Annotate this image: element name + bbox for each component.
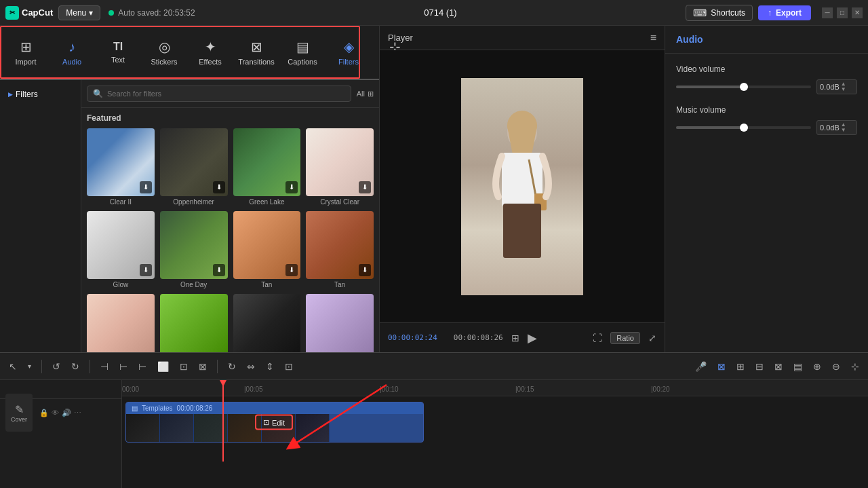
shortcuts-button[interactable]: ⌨ Shortcuts [686, 5, 753, 21]
music-volume-fill [676, 126, 744, 129]
filter-download-clear-ii[interactable]: ⬇ [140, 181, 152, 193]
track-more-icon[interactable]: ⋯ [74, 409, 81, 417]
filter-card-tan2[interactable]: ⬇ Tan [306, 211, 374, 288]
fullscreen-button[interactable]: ⤢ [648, 333, 656, 343]
track-volume-icon[interactable]: 🔊 [62, 409, 71, 417]
select-tool-button[interactable]: ↖ [5, 359, 20, 374]
split-btn2[interactable]: ⊞ [733, 359, 748, 374]
filter-card-tan1[interactable]: ⬇ Tan [233, 211, 301, 288]
link-button[interactable]: ⊟ [752, 359, 767, 374]
filters-icon: ◈ [344, 39, 354, 55]
ratio-button[interactable]: Ratio [610, 332, 640, 344]
freeze-button[interactable]: ⊠ [195, 359, 210, 374]
split-left-button[interactable]: ⊣ [97, 359, 112, 374]
zoom-out-button[interactable]: ⊖ [829, 359, 844, 374]
captions-icon: ▤ [296, 39, 309, 55]
track-thumb-2 [160, 414, 194, 442]
cover-icon: ✎ [15, 403, 24, 416]
music-volume-label: Music volume [676, 105, 857, 115]
cover-button[interactable]: ✎ Cover [5, 394, 33, 432]
export-button[interactable]: ↑ Export [758, 5, 811, 20]
toolbar-item-import[interactable]: ⊞ Import [3, 29, 49, 75]
filter-download-tan2[interactable]: ⬇ [359, 264, 371, 276]
video-volume-track[interactable] [676, 86, 811, 88]
filter-download-glow[interactable]: ⬇ [140, 264, 152, 276]
redo-button[interactable]: ↻ [68, 359, 83, 374]
minimize-button[interactable]: ─ [822, 7, 833, 18]
settings-button[interactable]: ⊹ [848, 359, 863, 374]
mic-button[interactable]: 🎤 [692, 359, 710, 374]
filters-panel: ▶ Filters 🔍 All ⊞ Featured [0, 80, 379, 352]
filter-card-row3d[interactable] [306, 294, 374, 353]
music-volume-down-arrow[interactable]: ▼ [841, 128, 846, 133]
video-volume-down-arrow[interactable]: ▼ [841, 87, 846, 92]
track-lock-icon[interactable]: 🔒 [39, 409, 49, 417]
filter-download-oppenheimer[interactable]: ⬇ [213, 181, 225, 193]
align-button[interactable]: ⊠ [771, 359, 786, 374]
toolbar-item-audio[interactable]: ♪ Audio [49, 29, 95, 75]
music-volume-value: 0.0dB [820, 124, 840, 132]
filter-card-greenlake[interactable]: ⬇ Green Lake [233, 128, 301, 206]
filter-card-row3a[interactable] [87, 294, 155, 353]
rotate-button[interactable]: ↻ [224, 359, 239, 374]
filter-search-box[interactable]: 🔍 [87, 86, 351, 102]
connect-button[interactable]: ⊠ [714, 359, 729, 374]
toolbar-item-captions[interactable]: ▤ Captions [279, 29, 326, 75]
filter-card-glow[interactable]: ⬇ Glow [87, 211, 155, 288]
toolbar-item-filters[interactable]: ◈ Filters [326, 29, 372, 75]
filter-all-button[interactable]: All ⊞ [357, 90, 374, 98]
caption-btn[interactable]: ▤ [790, 359, 806, 374]
select-dropdown-button[interactable]: ▾ [24, 360, 35, 372]
fit-screen-button[interactable]: ⛶ [593, 333, 602, 343]
sidebar-item-filters[interactable]: ▶ Filters [0, 86, 81, 103]
video-content [461, 78, 583, 295]
filter-card-clear-ii[interactable]: ⬇ Clear II [87, 128, 155, 206]
zoom-in-button[interactable]: ⊕ [810, 359, 825, 374]
undo-button[interactable]: ↺ [49, 359, 64, 374]
playhead[interactable] [222, 380, 224, 462]
close-button[interactable]: ✕ [852, 7, 863, 18]
crop-button[interactable]: ⊡ [176, 359, 191, 374]
edit-badge[interactable]: ⊡ Edit [255, 415, 293, 430]
toolbar-item-effects[interactable]: ✦ Effects [187, 29, 233, 75]
transform-button[interactable]: ⊡ [281, 359, 296, 374]
music-volume-thumb[interactable] [740, 124, 748, 132]
music-volume-arrows[interactable]: ▲ ▼ [841, 122, 846, 133]
filters-content: 🔍 All ⊞ Featured ⬇ [81, 80, 379, 352]
toolbar-item-transitions[interactable]: ⊠ Transitions [233, 29, 279, 75]
timeline-labels: ✎ Cover 🔒 👁 🔊 ⋯ [0, 380, 122, 488]
toolbar-item-stickers[interactable]: ◎ Stickers [141, 29, 187, 75]
toolbar-separator-3 [217, 360, 218, 373]
video-volume-arrows[interactable]: ▲ ▼ [841, 81, 846, 92]
filters-grid: ⬇ Clear II ⬇ Oppenheimer ⬇ [87, 128, 374, 352]
flip-h-button[interactable]: ⇔ [243, 359, 258, 374]
toolbar-item-text[interactable]: TI Text [95, 29, 141, 75]
track-clip-templates[interactable]: ▤ Templates 00:00:08:26 [125, 402, 424, 443]
filter-download-tan1[interactable]: ⬇ [285, 264, 298, 276]
filter-download-crystal[interactable]: ⬇ [359, 181, 371, 193]
split-right-button[interactable]: ⊢ [135, 359, 150, 374]
auto-save-indicator: Auto saved: 20:53:52 [108, 8, 195, 18]
video-volume-thumb[interactable] [740, 83, 748, 91]
player-menu-icon[interactable]: ≡ [650, 32, 656, 44]
filter-card-row3c[interactable] [233, 294, 301, 353]
filter-download-greenlake[interactable]: ⬇ [285, 181, 298, 193]
video-volume-label: Video volume [676, 64, 857, 74]
filter-search-input[interactable] [107, 90, 345, 98]
video-track: ▤ Templates 00:00:08:26 [122, 402, 868, 443]
track-eye-icon[interactable]: 👁 [52, 409, 59, 417]
split-button[interactable]: ⊢ [116, 359, 131, 374]
music-volume-track[interactable] [676, 126, 811, 129]
filter-download-oneday[interactable]: ⬇ [213, 264, 225, 276]
delete-button[interactable]: ⬜ [154, 359, 172, 374]
filter-card-oneday[interactable]: ⬇ One Day [160, 211, 228, 288]
filter-card-row3b[interactable] [160, 294, 228, 353]
grid-view-button[interactable]: ⊞ [511, 333, 519, 343]
play-button[interactable]: ▶ [528, 331, 537, 345]
flip-v-button[interactable]: ⇕ [262, 359, 277, 374]
filter-card-oppenheimer[interactable]: ⬇ Oppenheimer [160, 128, 228, 206]
maximize-button[interactable]: □ [837, 7, 848, 18]
filter-card-crystal[interactable]: ⬇ Crystal Clear [306, 128, 374, 206]
menu-button[interactable]: Menu ▾ [58, 5, 100, 20]
audio-section: Video volume 0.0dB ▲ ▼ M [665, 54, 868, 146]
